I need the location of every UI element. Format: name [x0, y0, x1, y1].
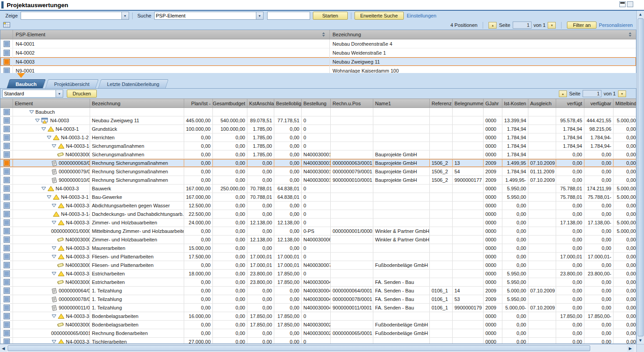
table-row[interactable]: 0000000079/0001Rechnung Sicherungsmaßnah… [0, 167, 636, 176]
row-select-checkbox[interactable] [4, 50, 10, 56]
row-select-checkbox[interactable] [4, 160, 10, 166]
drucken-button[interactable]: Drucken [67, 90, 97, 98]
table-row[interactable]: N4-0003-3-1-020Dachdeckungs- und Dachabd… [0, 210, 636, 219]
starten-button[interactable]: Starten [313, 12, 348, 20]
table-row[interactable]: 0000000001/00001Mittelbindung Zimmer- un… [0, 227, 636, 236]
tab-letzte-daten-berleitung[interactable]: Letzte Datenüberleitung [98, 79, 169, 88]
column-header-budget[interactable]: Gesamtbudget [213, 99, 247, 107]
table-row[interactable]: N4-0003Neubau Zweigweg 11 [0, 57, 636, 66]
column-header-kst[interactable]: KstAnschla [247, 99, 274, 107]
row-select-checkbox[interactable] [4, 211, 10, 217]
row-select-checkbox[interactable] [4, 296, 10, 302]
horizontal-scrollbar[interactable]: ◀ ▶ [0, 344, 636, 352]
view-select-input[interactable] [2, 90, 56, 98]
page-up-button[interactable]: ▲ [488, 22, 497, 29]
tree-expander-icon[interactable] [52, 255, 56, 258]
row-select-checkbox[interactable] [4, 185, 10, 192]
tree-expander-icon[interactable] [52, 340, 56, 343]
scroll-left-icon[interactable]: ◀ [0, 345, 7, 352]
page-down-button[interactable]: ▼ [618, 90, 626, 97]
row-select-checkbox[interactable] [4, 322, 10, 328]
row-select-checkbox[interactable] [4, 262, 10, 268]
column-header-verfuegbar[interactable]: verfügbar [584, 99, 614, 107]
column-header-verfuegt[interactable]: verfügt [556, 99, 584, 107]
vertical-scrollbar[interactable]: ▲ ▼ [636, 11, 644, 344]
tree-expander-icon[interactable] [52, 221, 56, 224]
table-row[interactable]: N4-0001Neubau Dorotheenstraße 4 [0, 39, 636, 48]
tree-expander-icon[interactable] [35, 119, 40, 122]
row-select-checkbox[interactable] [4, 245, 10, 251]
row-select-checkbox[interactable] [4, 59, 10, 65]
row-select-checkbox[interactable] [4, 279, 10, 285]
tree-expander-icon[interactable] [41, 127, 46, 131]
table-row[interactable]: N4-0002Neubau Weidenstraße 1 [0, 48, 636, 57]
zeige-input[interactable] [21, 12, 122, 20]
row-select-checkbox[interactable] [4, 41, 10, 47]
table-row[interactable]: N400030004Estricharbeiten0,000,0023.800,… [0, 278, 636, 287]
row-select-checkbox[interactable] [4, 228, 10, 234]
table-row[interactable]: N400030001Sicherungsmaßnahmen0,000,001.7… [0, 150, 636, 159]
scroll-right-icon[interactable]: ▶ [627, 345, 634, 352]
row-select-checkbox[interactable] [4, 330, 10, 336]
row-select-checkbox[interactable] [4, 313, 10, 319]
tree-expander-icon[interactable] [47, 136, 52, 139]
bezeichnung-column-header[interactable]: Bezeichnung [330, 30, 636, 39]
tab-baubuch[interactable]: Baubuch [7, 79, 46, 88]
tree-expander-icon[interactable] [52, 144, 56, 148]
table-row[interactable]: N4-0003-3-1Bau-Gewerke167.000,000,0070.7… [0, 193, 636, 202]
psp-element-column-header[interactable]: PSP-Element [13, 30, 330, 39]
column-header-obligo[interactable]: Bestellobligo [274, 99, 302, 107]
row-select-checkbox[interactable] [4, 194, 10, 200]
row-select-checkbox[interactable] [4, 288, 10, 294]
row-select-checkbox[interactable] [4, 270, 10, 277]
column-header-ausgl[interactable]: Ausgleich [528, 99, 556, 107]
column-header-gjahr[interactable]: GJahr [484, 99, 502, 107]
scroll-down-icon[interactable]: ▼ [637, 337, 644, 344]
window-minimize-button[interactable] [619, 1, 626, 7]
tree-expander-icon[interactable] [47, 195, 52, 199]
table-row[interactable]: N4-0003-1-2Herrichten0,000,001.785,000,0… [0, 133, 636, 142]
table-row[interactable]: Baubuch [0, 108, 636, 116]
table-row[interactable]: 9000000011/00011. Teilzahlung0,000,000,0… [0, 304, 636, 312]
erweiterte-suche-button[interactable]: Erweiterte Suche [354, 12, 404, 20]
column-header-mittel[interactable]: Mittelbindung [614, 99, 636, 107]
table-row[interactable]: N400030007Fliesen- und Plattenarbeiten0,… [0, 261, 636, 270]
table-row[interactable]: 9000000010/0001Rechnung Sicherungsmaßnah… [0, 176, 636, 185]
tree-expander-icon[interactable] [52, 314, 56, 318]
column-header-rech[interactable]: Rechn.u.Pos [331, 99, 373, 107]
row-select-checkbox[interactable] [4, 339, 10, 344]
table-view-icon[interactable] [3, 22, 11, 28]
column-header-bez[interactable]: Bezeichnung [90, 99, 184, 107]
tree-expander-icon[interactable] [52, 246, 56, 250]
column-header-best[interactable]: Bestellung [302, 99, 331, 107]
table-row[interactable]: N400030006Zimmer- und Holzbauarbeiten0,0… [0, 236, 636, 244]
table-row[interactable]: N4-0003-1Grundstück100.000,00100.000,001… [0, 125, 636, 133]
sort-icon[interactable] [322, 32, 325, 37]
table-row[interactable]: N4-0003-3-1-025Estricharbeiten18.000,000… [0, 270, 636, 278]
tree-expander-icon[interactable] [29, 110, 34, 114]
personalisieren-link[interactable]: Personalisieren [599, 22, 633, 28]
window-maximize-button[interactable] [627, 1, 633, 7]
row-select-checkbox[interactable] [4, 177, 10, 183]
row-select-checkbox[interactable] [4, 134, 10, 141]
table-row[interactable]: N400030002Bodenbelagsarbeiten0,000,0017.… [0, 321, 636, 329]
table-row[interactable]: N4-0003-3-1-027Tischlerarbeiten27.000,00… [0, 338, 636, 344]
page-number-input[interactable] [583, 90, 601, 97]
vertical-scrollbar-thumb[interactable] [638, 18, 644, 336]
row-select-checkbox[interactable] [4, 202, 10, 209]
row-select-checkbox[interactable] [4, 236, 10, 243]
row-select-checkbox[interactable] [4, 305, 10, 311]
tree-expander-icon[interactable] [41, 187, 46, 190]
chevron-down-icon[interactable]: ▼ [121, 12, 129, 20]
row-select-checkbox[interactable] [4, 143, 10, 149]
sort-icon[interactable] [629, 32, 631, 37]
table-row[interactable]: N4-0003-3Bauwerk167.000,00250.000,0070.7… [0, 185, 636, 193]
row-select-checkbox[interactable] [4, 168, 10, 175]
row-select-checkbox[interactable] [4, 219, 10, 226]
page-up-button[interactable]: ▲ [559, 90, 567, 97]
tree-expander-icon[interactable] [52, 204, 56, 207]
column-header-ref[interactable]: Referenz [430, 99, 453, 107]
page-down-button[interactable]: ▼ [548, 22, 556, 29]
chevron-down-icon[interactable]: ▼ [256, 12, 264, 20]
page-number-input[interactable] [513, 21, 532, 29]
